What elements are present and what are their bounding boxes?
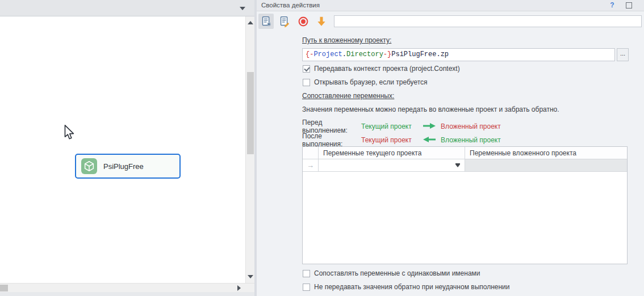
mapping-before-row: Перед выполнением: Текущий проект Вложен… — [302, 119, 628, 127]
option-pass-context-row: Передавать контекст проекта (project.Con… — [303, 65, 460, 73]
after-execution-label: После выполнения: — [302, 132, 361, 148]
current-variable-combobox[interactable] — [319, 159, 465, 172]
no-return-on-fail-checkbox[interactable] — [303, 284, 310, 291]
mapping-after-row: После выполнения: Текущий проект Вложенн… — [302, 132, 628, 141]
vertical-scrollbar-thumb[interactable] — [247, 72, 254, 154]
workflow-canvas[interactable]: PsiPlugFree — [0, 16, 245, 283]
match-same-names-label: Сопоставлять переменные с одинаковыми им… — [314, 269, 480, 277]
record-icon — [296, 15, 310, 28]
node-label: PsiPlugFree — [103, 162, 144, 171]
nested-project-path-input[interactable]: {-Project.Directory-}PsiPlugFree.zp — [302, 48, 615, 61]
action-search-input[interactable] — [334, 15, 642, 27]
row-selector-cell[interactable]: → — [303, 159, 319, 172]
variable-mapping-description: Значения переменных можно передать во вл… — [302, 105, 559, 113]
variables-mapping-table: Переменные текущего проекта Переменные в… — [302, 146, 628, 264]
option-no-return-on-fail-row: Не передавать значения обратно при неуда… — [303, 283, 510, 291]
action-properties-panel: Свойства действия ? — [257, 0, 644, 296]
chevron-down-icon — [455, 164, 460, 167]
match-same-names-checkbox[interactable] — [303, 270, 310, 277]
variable-mapping-label: Сопоставление переменных: — [302, 92, 394, 100]
row-selector-header — [303, 147, 319, 159]
nested-project-path-label: Путь к вложенному проекту: — [302, 36, 391, 44]
action-settings-button[interactable] — [258, 14, 274, 29]
current-row-arrow-icon: → — [307, 161, 314, 170]
canvas-topbar — [0, 0, 257, 16]
panel-title: Свойства действия — [261, 2, 320, 9]
mouse-cursor-icon — [64, 125, 75, 142]
scroll-right-icon[interactable] — [237, 285, 241, 291]
float-window-icon[interactable] — [626, 2, 632, 9]
before-target: Вложенный проект — [441, 122, 628, 130]
record-button[interactable] — [295, 14, 311, 29]
nested-variable-cell[interactable] — [465, 159, 627, 172]
open-browser-label: Открывать браузер, если требуется — [314, 78, 428, 86]
bottom-strip — [0, 292, 257, 296]
panel-titlebar: Свойства действия ? — [257, 0, 644, 11]
table-row: → — [303, 159, 627, 172]
before-source: Текущий проект — [361, 122, 418, 130]
cube-icon — [81, 158, 97, 174]
insert-action-button[interactable] — [313, 14, 329, 29]
scroll-down-icon[interactable] — [248, 275, 253, 278]
canvas-vertical-scrollbar[interactable] — [245, 16, 254, 283]
horizontal-scrollbar-thumb[interactable] — [0, 285, 8, 291]
table-header-row: Переменные текущего проекта Переменные в… — [303, 147, 627, 159]
collapse-panel-arrow-icon[interactable] — [240, 7, 245, 10]
pass-context-label: Передавать контекст проекта (project.Con… — [314, 65, 460, 73]
browse-button[interactable]: ... — [617, 48, 629, 61]
after-target: Вложенный проект — [441, 136, 628, 144]
nested-project-path-value: {-Project.Directory-}PsiPlugFree.zp — [306, 50, 449, 58]
open-browser-checkbox[interactable] — [303, 79, 310, 86]
action-edit-icon — [278, 15, 291, 28]
pass-context-checkbox[interactable] — [303, 65, 310, 73]
canvas-horizontal-scrollbar[interactable] — [0, 283, 254, 292]
right-arrow-icon — [423, 122, 436, 130]
option-open-browser-row: Открывать браузер, если требуется — [303, 78, 428, 86]
help-icon[interactable]: ? — [608, 1, 616, 10]
action-node-psiplugfree[interactable]: PsiPlugFree — [75, 154, 181, 179]
scroll-up-icon[interactable] — [248, 21, 253, 24]
column-header-current-project[interactable]: Переменные текущего проекта — [319, 147, 465, 159]
no-return-on-fail-label: Не передавать значения обратно при неуда… — [314, 283, 510, 291]
action-edit-button[interactable] — [277, 14, 292, 29]
left-arrow-icon — [423, 136, 436, 144]
option-match-same-names-row: Сопоставлять переменные с одинаковыми им… — [303, 269, 480, 277]
insert-down-arrow-icon — [315, 15, 328, 28]
after-source: Текущий проект — [361, 136, 418, 144]
column-header-nested-project[interactable]: Переменные вложенного проекта — [465, 147, 627, 159]
action-settings-icon — [260, 15, 273, 28]
